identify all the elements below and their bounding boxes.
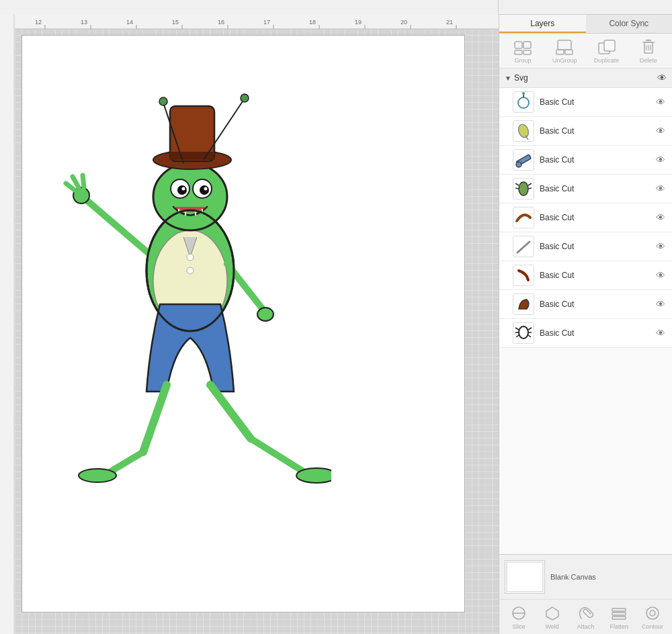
svg-point-48 (79, 469, 116, 482)
delete-button[interactable]: Delete (632, 38, 665, 64)
svg-rect-63 (604, 40, 615, 51)
layer-item[interactable]: Basic Cut 👁 (499, 175, 672, 203)
weld-icon (542, 604, 563, 623)
svg-point-29 (200, 185, 209, 195)
svg-line-89 (528, 335, 531, 337)
layer-eye-icon[interactable]: 👁 (655, 240, 667, 253)
group-label: Group (515, 57, 532, 64)
layer-item[interactable]: Basic Cut 👁 (499, 117, 672, 146)
duplicate-label: Duplicate (594, 57, 620, 64)
duplicate-icon (596, 38, 618, 56)
right-panel: Layers Color Sync Group (499, 15, 672, 634)
top-bar (0, 0, 672, 15)
svg-point-36 (159, 97, 167, 105)
svg-marker-94 (546, 607, 558, 620)
svg-rect-59 (558, 40, 571, 50)
svg-rect-90 (506, 561, 544, 592)
panel-toolbar: Group UnGroup (499, 34, 672, 69)
layer-item[interactable]: Basic Cut 👁 (499, 319, 672, 348)
slice-button[interactable]: Slice (503, 604, 535, 630)
svg-line-81 (528, 188, 532, 189)
svg-point-54 (187, 267, 194, 274)
duplicate-button[interactable]: Duplicate (591, 38, 623, 64)
slice-icon (508, 604, 530, 623)
svg-group-header[interactable]: ▼ Svg 👁 (499, 69, 672, 88)
svg-line-86 (516, 335, 519, 337)
svg-text:21: 21 (446, 19, 453, 26)
svg-point-28 (177, 185, 187, 195)
weld-button[interactable]: Weld (536, 604, 569, 630)
flatten-label: Flatten (610, 623, 629, 630)
corner-box (0, 0, 499, 15)
svg-point-25 (153, 163, 227, 230)
attach-label: Attach (577, 623, 595, 630)
layer-thumbnail (513, 322, 534, 344)
svg-line-49 (210, 385, 251, 439)
layer-item[interactable]: Basic Cut 👁 (499, 232, 672, 261)
svg-line-46 (143, 385, 167, 452)
svg-group-eye-icon[interactable]: 👁 (657, 73, 667, 83)
tab-color-sync[interactable]: Color Sync (586, 15, 673, 33)
ruler-left (0, 15, 15, 634)
svg-line-78 (515, 183, 519, 185)
layer-eye-icon[interactable]: 👁 (655, 153, 667, 167)
layer-item[interactable]: Basic Cut 👁 (499, 88, 672, 117)
svg-point-70 (518, 97, 529, 108)
ruler-top-numbers: 12 13 14 15 16 17 18 19 20 21 (15, 15, 499, 30)
layer-thumbnail (513, 265, 534, 286)
svg-text:15: 15 (172, 19, 179, 26)
svg-line-42 (73, 177, 79, 187)
group-button[interactable]: Group (507, 38, 539, 64)
panel-bottom: Blank Canvas (499, 554, 672, 599)
canvas-inner (15, 15, 499, 634)
layer-eye-icon[interactable]: 👁 (655, 298, 667, 311)
contour-label: Contour (642, 623, 663, 630)
svg-rect-58 (523, 50, 531, 54)
svg-point-98 (646, 607, 659, 619)
svg-point-51 (296, 468, 331, 483)
layer-eye-icon[interactable]: 👁 (655, 269, 667, 282)
svg-point-99 (650, 610, 655, 616)
svg-text:16: 16 (218, 19, 224, 26)
layer-item[interactable]: Basic Cut 👁 (499, 290, 672, 319)
svg-line-87 (528, 328, 532, 330)
layer-item[interactable]: Basic Cut 👁 (499, 261, 672, 290)
svg-text:14: 14 (126, 19, 133, 26)
svg-point-72 (522, 92, 525, 95)
svg-group-label: Svg (514, 73, 657, 83)
svg-rect-61 (565, 50, 573, 54)
contour-button[interactable]: Contour (636, 604, 669, 630)
svg-point-73 (517, 123, 530, 139)
attach-button[interactable]: Attach (569, 604, 601, 630)
svg-point-30 (182, 187, 185, 191)
layer-item[interactable]: Basic Cut 👁 (499, 203, 672, 232)
layer-eye-icon[interactable]: 👁 (655, 211, 667, 224)
canvas-area: 12 13 14 15 16 17 18 19 20 21 (0, 15, 499, 634)
layer-item[interactable]: Basic Cut 👁 (499, 146, 672, 175)
layer-eye-icon[interactable]: 👁 (655, 326, 667, 340)
layer-eye-icon[interactable]: 👁 (655, 182, 667, 195)
svg-line-84 (515, 328, 519, 330)
layer-eye-icon[interactable]: 👁 (655, 95, 667, 109)
layer-thumbnail (513, 120, 534, 142)
svg-text:12: 12 (35, 19, 42, 26)
svg-line-82 (517, 242, 530, 253)
ungroup-icon (554, 38, 575, 56)
svg-text:13: 13 (81, 19, 87, 26)
layer-name: Basic Cut (540, 184, 655, 193)
canvas-thumbnail[interactable] (505, 560, 545, 594)
svg-line-47 (110, 452, 143, 472)
tab-layers[interactable]: Layers (499, 15, 586, 33)
svg-line-41 (66, 183, 75, 190)
flatten-button[interactable]: Flatten (603, 604, 635, 630)
layer-name: Basic Cut (540, 213, 655, 222)
svg-rect-21 (0, 15, 15, 634)
ruler-top (499, 0, 672, 14)
slice-label: Slice (512, 623, 526, 630)
svg-text:17: 17 (263, 19, 270, 26)
ungroup-button[interactable]: UnGroup (548, 38, 581, 64)
layer-eye-icon[interactable]: 👁 (655, 124, 667, 138)
panel-bottom-toolbar: Slice Weld Attach (499, 599, 672, 634)
frog-character-svg (49, 42, 331, 499)
layer-thumbnail (513, 178, 534, 199)
